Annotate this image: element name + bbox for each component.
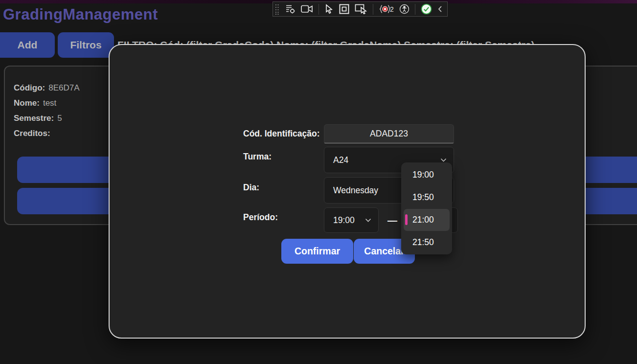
- toolbar-divider: [415, 4, 415, 15]
- field-value: 8E6D7A: [48, 83, 79, 93]
- period-separator: —: [384, 207, 401, 233]
- time-option[interactable]: 19:00: [404, 164, 450, 186]
- class-select-value: A24: [333, 155, 348, 165]
- grade-field-creditos: Creditos:: [14, 126, 80, 141]
- app-title: GradingManagement: [3, 6, 158, 23]
- time-option-label: 21:00: [412, 215, 434, 225]
- error-count: 2: [390, 5, 394, 13]
- camera-icon[interactable]: [301, 5, 313, 13]
- region-select-icon[interactable]: [339, 4, 349, 14]
- schedule-modal: Cód. Identificação: Turma: A24 Dia: Wedn…: [109, 44, 586, 339]
- day-label: Dia:: [243, 182, 259, 193]
- field-label: Creditos:: [14, 129, 50, 138]
- code-label: Cód. Identificação:: [243, 129, 320, 139]
- grade-field-codigo: Código: 8E6D7A: [14, 80, 80, 95]
- field-label: Código:: [14, 83, 45, 93]
- period-start-value: 19:00: [333, 215, 355, 226]
- grade-card-fields: Código: 8E6D7A Nome: test Semestre: 5 Cr…: [14, 80, 80, 141]
- field-value: test: [43, 98, 56, 108]
- error-badge-group[interactable]: 2: [379, 4, 394, 14]
- time-option[interactable]: 21:50: [404, 231, 450, 253]
- class-label: Turma:: [243, 152, 272, 162]
- chevron-down-icon: [365, 218, 371, 222]
- drag-handle-icon[interactable]: [275, 3, 279, 15]
- collapse-chevron-icon[interactable]: [437, 5, 442, 13]
- period-start-select[interactable]: 19:00: [324, 207, 379, 233]
- cursor-icon[interactable]: [324, 4, 334, 14]
- time-dropdown: 19:00 19:50 21:00 21:50: [401, 162, 452, 254]
- accessibility-icon[interactable]: [399, 4, 410, 14]
- grade-field-semestre: Semestre: 5: [14, 111, 80, 126]
- field-label: Semestre:: [14, 114, 54, 123]
- document-target-icon[interactable]: [285, 4, 296, 14]
- period-label: Período:: [243, 212, 278, 223]
- chevron-down-icon: [440, 158, 447, 162]
- time-option[interactable]: 19:50: [404, 186, 450, 208]
- field-label: Nome:: [14, 98, 40, 108]
- filters-button[interactable]: Filtros: [58, 32, 114, 58]
- time-option-selected[interactable]: 21:00: [404, 209, 450, 231]
- day-select-value: Wednesday: [333, 185, 378, 196]
- grade-field-nome: Nome: test: [14, 95, 80, 111]
- capture-toolbar: 2: [273, 1, 448, 17]
- toolbar-divider: [318, 4, 319, 15]
- cursor-region-icon[interactable]: [355, 4, 367, 14]
- toolbar-divider: [373, 4, 373, 15]
- code-input[interactable]: [324, 124, 454, 143]
- success-check-icon[interactable]: [421, 3, 432, 15]
- confirm-button[interactable]: Confirmar: [281, 239, 353, 264]
- field-value: 5: [57, 114, 62, 123]
- add-button[interactable]: Add: [0, 32, 55, 58]
- selected-indicator: [405, 214, 408, 225]
